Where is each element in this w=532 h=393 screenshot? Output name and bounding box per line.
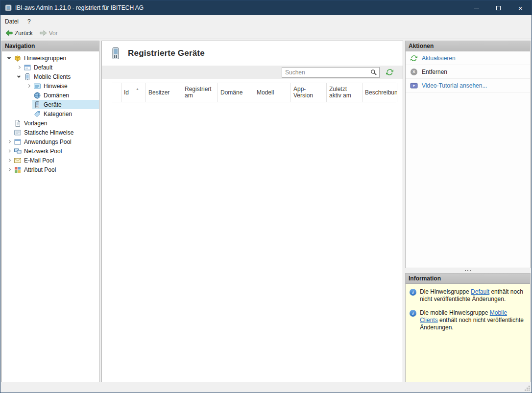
action-aktualisieren[interactable]: Aktualisieren (406, 51, 530, 65)
chevron-collapsed-icon[interactable] (5, 140, 13, 143)
chevron-collapsed-icon[interactable] (5, 150, 13, 152)
actions-panel-header: Aktionen (406, 41, 530, 51)
tree-item-geraete[interactable]: Geräte (2, 100, 99, 109)
grid-toolbar (102, 66, 403, 79)
splitter-grip-icon (465, 270, 466, 271)
navigation-panel: Navigation Hinweisgruppen Default Mobile… (1, 41, 99, 382)
email-pool-icon (14, 157, 22, 164)
navigation-panel-header: Navigation (2, 41, 99, 51)
forward-arrow-icon (40, 29, 47, 37)
tree-item-email-pool[interactable]: E-Mail Pool (2, 156, 99, 165)
right-panel: Aktionen Aktualisieren × Entfernen Video… (405, 41, 531, 382)
video-icon (410, 82, 418, 90)
column-header-beschreibung[interactable]: Beschreibung (362, 83, 397, 102)
close-icon: × (518, 4, 523, 12)
form-icon (24, 64, 31, 71)
mobile-device-icon (110, 47, 121, 60)
panel-splitter[interactable] (405, 268, 531, 273)
chevron-collapsed-icon[interactable] (24, 85, 32, 87)
column-header-app-version[interactable]: App-Version (290, 83, 326, 102)
tree-item-hinweise[interactable]: Hinweise (2, 81, 99, 91)
table-header-row: Id▲ Besitzer Registriert am Domäne Model… (112, 83, 396, 102)
refresh-icon (410, 54, 418, 62)
menubar: Datei ? (0, 15, 532, 27)
menu-help[interactable]: ? (23, 15, 35, 27)
devices-table: Id▲ Besitzer Registriert am Domäne Model… (112, 83, 396, 102)
info-icon: i (410, 289, 416, 296)
minimize-icon (474, 8, 479, 8)
forward-button[interactable]: Vor (37, 28, 61, 38)
titlebar: IBI-aws Admin 1.21.0 - registriert für I… (0, 0, 532, 15)
info-icon: i (410, 310, 416, 317)
tree-item-label: Mobile Clients (34, 73, 71, 80)
tree-item-default[interactable]: Default (2, 63, 99, 72)
back-button[interactable]: Zurück (2, 28, 36, 38)
resize-grip-icon[interactable] (525, 390, 526, 391)
search-icon[interactable] (370, 69, 377, 76)
sort-ascending-icon: ▲ (136, 86, 139, 92)
chevron-expanded-icon[interactable] (5, 57, 13, 59)
tree-item-vorlagen[interactable]: Vorlagen (2, 118, 99, 128)
action-label: Video-Tutorial ansehen... (422, 82, 487, 89)
tree-item-statische-hinweise[interactable]: Statische Hinweise (2, 128, 99, 137)
back-button-label: Zurück (15, 30, 33, 37)
window-title: IBI-aws Admin 1.21.0 - registriert für I… (15, 4, 465, 11)
action-video-tutorial[interactable]: Video-Tutorial ansehen... (406, 79, 530, 92)
tree-item-label: Domänen (44, 92, 69, 99)
tree-item-hinweisgruppen[interactable]: Hinweisgruppen (2, 53, 99, 63)
actions-panel: Aktionen Aktualisieren × Entfernen Video… (405, 41, 531, 268)
column-header-registriert-am[interactable]: Registriert am (182, 83, 218, 102)
app-icon (4, 4, 12, 12)
menu-datei[interactable]: Datei (0, 15, 23, 27)
app-window: { "window": { "title": "IBI-aws Admin 1.… (0, 0, 532, 393)
main-header: Registrierte Geräte (102, 41, 403, 66)
search-input[interactable] (282, 69, 370, 76)
information-panel-header: Information (406, 274, 530, 284)
chevron-expanded-icon[interactable] (15, 76, 23, 77)
chevron-collapsed-icon[interactable] (15, 66, 23, 69)
minimize-button[interactable] (465, 0, 487, 15)
tree-item-domaenen[interactable]: Domänen (2, 91, 99, 100)
tree-item-mobile-clients[interactable]: Mobile Clients (2, 72, 99, 81)
information-panel: Information i Die Hinweisgruppe Default … (405, 273, 531, 382)
tree-item-label: Kategorien (44, 111, 72, 117)
info-note-text: Die Hinweisgruppe (420, 288, 471, 295)
tree-item-anwendungs-pool[interactable]: Anwendungs Pool (2, 137, 99, 146)
tree-item-label: Anwendungs Pool (24, 139, 72, 145)
attribute-pool-icon (14, 166, 22, 174)
column-header-modell[interactable]: Modell (254, 83, 290, 102)
remove-icon: × (410, 68, 418, 76)
static-hint-icon (14, 129, 22, 137)
tree-item-kategorien[interactable]: Kategorien (2, 109, 99, 118)
information-body: i Die Hinweisgruppe Default enthält noch… (406, 284, 530, 382)
maximize-button[interactable] (487, 0, 509, 15)
tree-item-label: Geräte (44, 101, 62, 108)
template-icon (14, 119, 22, 127)
column-header-besitzer[interactable]: Besitzer (145, 83, 182, 102)
tree-item-label: Attribut Pool (24, 166, 56, 173)
refresh-grid-icon[interactable] (386, 68, 394, 76)
application-pool-icon (14, 138, 22, 146)
chevron-collapsed-icon[interactable] (5, 159, 13, 162)
info-note-mobile-clients: i Die mobile Hinweisgruppe Mobile Client… (410, 309, 526, 331)
chevron-collapsed-icon[interactable] (5, 168, 13, 171)
search-box (282, 67, 380, 78)
tree-item-attribut-pool[interactable]: Attribut Pool (2, 165, 99, 174)
table-body-empty (102, 102, 403, 382)
column-header-domaene[interactable]: Domäne (218, 83, 254, 102)
tree-item-label: Vorlagen (24, 120, 47, 127)
column-header-id[interactable]: Id▲ (121, 83, 145, 102)
maximize-icon (496, 6, 501, 10)
tags-icon (33, 110, 41, 118)
action-entfernen[interactable]: × Entfernen (406, 65, 530, 79)
tree-item-label: Hinweise (44, 83, 68, 90)
tree-item-netzwerk-pool[interactable]: Netzwerk Pool (2, 146, 99, 156)
navigation-toolbar: Zurück Vor (0, 27, 532, 39)
column-header-zuletzt-aktiv-am[interactable]: Zuletzt aktiv am (326, 83, 362, 102)
info-link-default[interactable]: Default (471, 288, 489, 295)
group-icon (14, 54, 22, 62)
info-note-text: Die mobile Hinweisgruppe (420, 309, 490, 316)
tree-item-label: Default (34, 64, 52, 71)
tree-item-label: E-Mail Pool (24, 157, 54, 164)
close-button[interactable]: × (509, 0, 532, 15)
